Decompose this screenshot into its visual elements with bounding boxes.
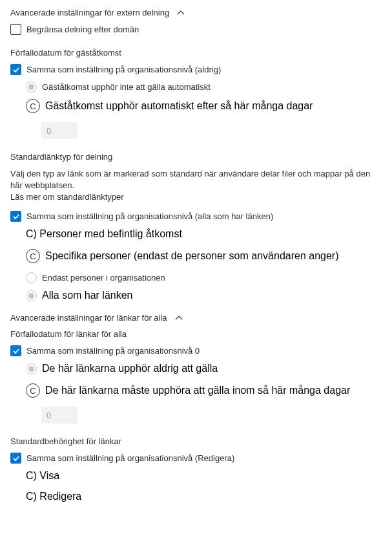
linktype-opt4-label: Alla som har länken [42, 290, 133, 301]
linktype-opt1-row: C) Personer med befintlig åtkomst [26, 228, 382, 240]
anyone-same-row: Samma som inställning på organisationsni… [10, 345, 382, 356]
guest-opt1-label: Gäståtkomst upphör inte att gälla automa… [42, 82, 211, 92]
perm-opt2-label: C) Redigera [26, 491, 81, 502]
anyone-days-input[interactable] [41, 407, 77, 424]
check-icon [12, 347, 20, 355]
c-glyph: C [30, 252, 36, 261]
guest-same-checkbox[interactable] [10, 64, 21, 75]
guest-days-row [41, 122, 382, 139]
anyone-opt2-label: De här länkarna måste upphöra att gälla … [45, 385, 350, 396]
linktype-opt2-radio[interactable]: C [26, 249, 40, 263]
linktype-opt2-row: C Specifika personer (endast de personer… [26, 249, 382, 263]
anyone-opt1-row: De här länkarna upphör aldrig att gälla [26, 363, 382, 374]
c-glyph: C [30, 386, 36, 396]
anyone-opt1-radio[interactable] [26, 363, 37, 374]
guest-same-row: Samma som inställning på organisationsni… [10, 64, 382, 75]
anyone-same-checkbox[interactable] [10, 345, 21, 356]
limit-sharing-label: Begränsa delning efter domän [26, 25, 139, 34]
default-permission-header: Standardbehörighet för länkar [10, 436, 382, 446]
guest-days-input[interactable] [41, 122, 77, 139]
chevron-up-icon [175, 314, 183, 322]
advanced-anyone-links-header[interactable]: Avancerade inställningar för länkar för … [10, 313, 382, 323]
anyone-expiry-header: Förfallodatum för länkar för alla [10, 329, 382, 339]
check-icon [12, 213, 20, 220]
guest-opt1-radio[interactable] [26, 81, 37, 92]
perm-opt1-row: C) Visa [26, 470, 382, 482]
anyone-opt2-row: C De här länkarna måste upphöra att gäll… [26, 383, 382, 398]
perm-same-row: Samma som inställning på organisationsni… [10, 453, 382, 464]
linktype-opt2-label: Specifika personer (endast de personer s… [45, 250, 339, 262]
guest-opt2-label: Gäståtkomst upphör automatiskt efter så … [45, 100, 313, 112]
anyone-days-row [41, 407, 382, 424]
linktype-opt3-label: Endast personer i organisationen [42, 273, 165, 283]
c-glyph: C [30, 102, 36, 111]
limit-sharing-checkbox[interactable] [10, 24, 21, 35]
anyone-opt1-label: De här länkarna upphör aldrig att gälla [42, 363, 218, 374]
guest-opt2-radio[interactable]: C [26, 99, 40, 113]
section-title: Avancerade inställningar för länkar för … [10, 313, 167, 323]
linktype-opt4-row: Alla som har länken [26, 290, 382, 301]
perm-opt2-row: C) Redigera [26, 491, 382, 502]
linktype-same-label: Samma som inställning på organisationsni… [26, 211, 273, 221]
linktype-same-checkbox[interactable] [10, 211, 21, 222]
default-link-type-header: Standardlänktyp för delning [10, 152, 382, 162]
perm-opt1-label: C) Visa [26, 470, 59, 482]
limit-sharing-row: Begränsa delning efter domän [10, 24, 382, 35]
default-link-desc: Välj den typ av länk som är markerad som… [10, 168, 382, 191]
linktype-same-row: Samma som inställning på organisationsni… [10, 211, 382, 222]
learn-more-link[interactable]: Läs mer om standardlänktyper [10, 192, 124, 202]
check-icon [12, 66, 20, 74]
guest-expiry-header: Förfallodatum för gäståtkomst [10, 48, 382, 58]
perm-same-label: Samma som inställning på organisationsni… [26, 453, 234, 463]
check-icon [12, 455, 20, 462]
perm-same-checkbox[interactable] [10, 453, 21, 464]
anyone-same-label: Samma som inställning på organisationsni… [26, 346, 200, 356]
guest-opt2-row: C Gäståtkomst upphör automatiskt efter s… [26, 99, 382, 113]
anyone-opt2-radio[interactable]: C [26, 383, 40, 398]
linktype-opt3-radio[interactable] [26, 272, 37, 283]
linktype-opt1-label: C) Personer med befintlig åtkomst [26, 228, 182, 240]
guest-same-label: Samma som inställning på organisationsni… [26, 65, 221, 74]
linktype-opt4-radio[interactable] [26, 290, 37, 301]
linktype-opt3-row: Endast personer i organisationen [26, 272, 382, 283]
advanced-external-sharing-header[interactable]: Avancerade inställningar för extern deln… [10, 8, 382, 17]
guest-opt1-row: Gäståtkomst upphör inte att gälla automa… [26, 81, 382, 92]
section-title: Avancerade inställningar för extern deln… [10, 8, 169, 17]
chevron-up-icon [177, 9, 185, 17]
